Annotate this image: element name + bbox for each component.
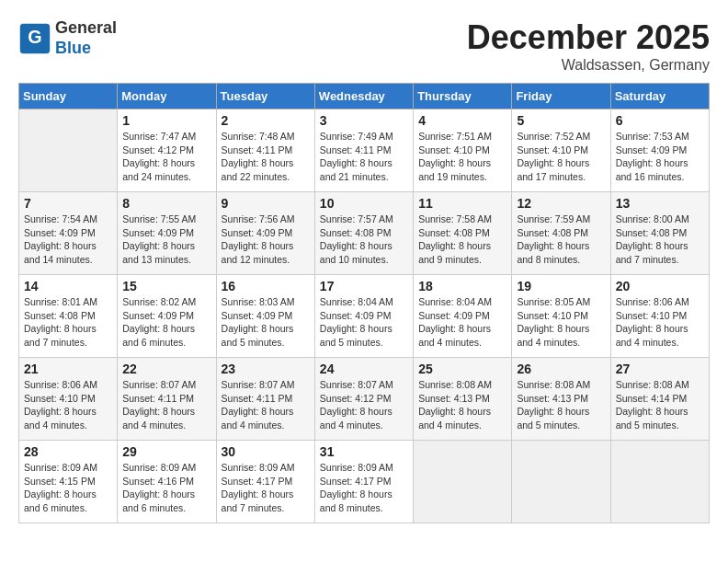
calendar-cell: 31Sunrise: 8:09 AM Sunset: 4:17 PM Dayli…	[314, 441, 413, 523]
day-info: Sunrise: 7:53 AM Sunset: 4:09 PM Dayligh…	[616, 130, 704, 184]
calendar-cell: 26Sunrise: 8:08 AM Sunset: 4:13 PM Dayli…	[512, 358, 610, 441]
day-info: Sunrise: 8:00 AM Sunset: 4:08 PM Dayligh…	[616, 213, 704, 267]
day-number: 25	[418, 362, 506, 376]
day-info: Sunrise: 8:09 AM Sunset: 4:16 PM Dayligh…	[122, 461, 210, 515]
calendar-cell: 23Sunrise: 8:07 AM Sunset: 4:11 PM Dayli…	[216, 358, 314, 441]
month-title: December 2025	[467, 18, 710, 57]
week-row-4: 21Sunrise: 8:06 AM Sunset: 4:10 PM Dayli…	[19, 358, 710, 441]
day-number: 27	[616, 362, 704, 376]
calendar-cell: 17Sunrise: 8:04 AM Sunset: 4:09 PM Dayli…	[314, 275, 413, 358]
weekday-header-saturday: Saturday	[610, 84, 709, 109]
weekday-header-row: SundayMondayTuesdayWednesdayThursdayFrid…	[19, 84, 710, 109]
day-info: Sunrise: 8:09 AM Sunset: 4:17 PM Dayligh…	[222, 461, 310, 515]
title-block: December 2025 Waldsassen, Germany	[467, 18, 710, 74]
day-number: 19	[517, 279, 605, 293]
calendar-cell	[19, 109, 118, 192]
calendar-cell: 29Sunrise: 8:09 AM Sunset: 4:16 PM Dayli…	[118, 441, 216, 523]
day-number: 8	[122, 196, 210, 211]
calendar-cell: 30Sunrise: 8:09 AM Sunset: 4:17 PM Dayli…	[216, 441, 314, 523]
day-info: Sunrise: 8:08 AM Sunset: 4:13 PM Dayligh…	[418, 378, 506, 432]
day-number: 6	[616, 113, 704, 128]
day-info: Sunrise: 7:47 AM Sunset: 4:12 PM Dayligh…	[122, 130, 210, 184]
day-info: Sunrise: 8:03 AM Sunset: 4:09 PM Dayligh…	[222, 295, 310, 350]
day-number: 15	[122, 279, 210, 293]
calendar-cell: 22Sunrise: 8:07 AM Sunset: 4:11 PM Dayli…	[118, 358, 216, 441]
day-number: 31	[320, 444, 408, 459]
day-info: Sunrise: 8:08 AM Sunset: 4:13 PM Dayligh…	[517, 378, 605, 432]
day-number: 13	[616, 196, 704, 211]
day-info: Sunrise: 7:54 AM Sunset: 4:09 PM Dayligh…	[24, 213, 112, 267]
weekday-header-tuesday: Tuesday	[216, 84, 314, 109]
week-row-5: 28Sunrise: 8:09 AM Sunset: 4:15 PM Dayli…	[19, 441, 710, 523]
weekday-header-friday: Friday	[512, 84, 610, 109]
day-info: Sunrise: 8:06 AM Sunset: 4:10 PM Dayligh…	[616, 295, 704, 350]
calendar-cell: 24Sunrise: 8:07 AM Sunset: 4:12 PM Dayli…	[314, 358, 413, 441]
day-number: 18	[418, 279, 506, 293]
calendar-cell: 25Sunrise: 8:08 AM Sunset: 4:13 PM Dayli…	[414, 358, 512, 441]
day-info: Sunrise: 7:58 AM Sunset: 4:08 PM Dayligh…	[418, 213, 506, 267]
calendar-cell: 15Sunrise: 8:02 AM Sunset: 4:09 PM Dayli…	[118, 275, 216, 358]
logo-text: General Blue	[55, 18, 117, 58]
day-info: Sunrise: 8:05 AM Sunset: 4:10 PM Dayligh…	[517, 295, 605, 350]
day-number: 12	[517, 196, 605, 211]
day-number: 26	[517, 362, 605, 376]
logo: G General Blue	[18, 18, 117, 58]
calendar-table: SundayMondayTuesdayWednesdayThursdayFrid…	[18, 83, 710, 523]
day-number: 4	[418, 113, 506, 128]
calendar-cell: 28Sunrise: 8:09 AM Sunset: 4:15 PM Dayli…	[19, 441, 118, 523]
calendar-cell: 19Sunrise: 8:05 AM Sunset: 4:10 PM Dayli…	[512, 275, 610, 358]
week-row-1: 1Sunrise: 7:47 AM Sunset: 4:12 PM Daylig…	[19, 109, 710, 192]
calendar-cell: 2Sunrise: 7:48 AM Sunset: 4:11 PM Daylig…	[216, 109, 314, 192]
calendar-cell: 8Sunrise: 7:55 AM Sunset: 4:09 PM Daylig…	[118, 192, 216, 275]
day-info: Sunrise: 8:07 AM Sunset: 4:12 PM Dayligh…	[320, 378, 408, 432]
weekday-header-sunday: Sunday	[19, 84, 118, 109]
calendar-cell: 27Sunrise: 8:08 AM Sunset: 4:14 PM Dayli…	[610, 358, 709, 441]
day-number: 21	[24, 362, 112, 376]
day-number: 20	[616, 279, 704, 293]
day-number: 2	[222, 113, 310, 128]
day-number: 30	[222, 444, 310, 459]
day-number: 5	[517, 113, 605, 128]
calendar-cell: 13Sunrise: 8:00 AM Sunset: 4:08 PM Dayli…	[610, 192, 709, 275]
calendar-cell: 7Sunrise: 7:54 AM Sunset: 4:09 PM Daylig…	[19, 192, 118, 275]
day-number: 14	[24, 279, 112, 293]
day-info: Sunrise: 8:07 AM Sunset: 4:11 PM Dayligh…	[122, 378, 210, 432]
day-number: 16	[222, 279, 310, 293]
day-info: Sunrise: 7:52 AM Sunset: 4:10 PM Dayligh…	[517, 130, 605, 184]
calendar-cell: 21Sunrise: 8:06 AM Sunset: 4:10 PM Dayli…	[19, 358, 118, 441]
day-number: 22	[122, 362, 210, 376]
calendar-cell: 1Sunrise: 7:47 AM Sunset: 4:12 PM Daylig…	[118, 109, 216, 192]
day-info: Sunrise: 8:07 AM Sunset: 4:11 PM Dayligh…	[222, 378, 310, 432]
day-info: Sunrise: 8:09 AM Sunset: 4:17 PM Dayligh…	[320, 461, 408, 515]
day-info: Sunrise: 8:06 AM Sunset: 4:10 PM Dayligh…	[24, 378, 112, 432]
day-number: 28	[24, 444, 112, 459]
logo-icon: G	[18, 22, 51, 55]
logo-blue: Blue	[55, 39, 91, 57]
calendar-cell	[414, 441, 512, 523]
calendar-cell: 4Sunrise: 7:51 AM Sunset: 4:10 PM Daylig…	[414, 109, 512, 192]
day-info: Sunrise: 8:09 AM Sunset: 4:15 PM Dayligh…	[24, 461, 112, 515]
day-number: 24	[320, 362, 408, 376]
day-info: Sunrise: 7:48 AM Sunset: 4:11 PM Dayligh…	[222, 130, 310, 184]
logo-general: General	[55, 18, 117, 37]
page-header: G General Blue December 2025 Waldsassen,…	[18, 18, 710, 74]
day-info: Sunrise: 7:56 AM Sunset: 4:09 PM Dayligh…	[222, 213, 310, 267]
day-info: Sunrise: 7:57 AM Sunset: 4:08 PM Dayligh…	[320, 213, 408, 267]
calendar-cell: 5Sunrise: 7:52 AM Sunset: 4:10 PM Daylig…	[512, 109, 610, 192]
day-number: 23	[222, 362, 310, 376]
day-info: Sunrise: 7:51 AM Sunset: 4:10 PM Dayligh…	[418, 130, 506, 184]
calendar-cell: 9Sunrise: 7:56 AM Sunset: 4:09 PM Daylig…	[216, 192, 314, 275]
day-info: Sunrise: 7:55 AM Sunset: 4:09 PM Dayligh…	[122, 213, 210, 267]
day-info: Sunrise: 8:01 AM Sunset: 4:08 PM Dayligh…	[24, 295, 112, 350]
day-info: Sunrise: 7:49 AM Sunset: 4:11 PM Dayligh…	[320, 130, 408, 184]
calendar-cell: 12Sunrise: 7:59 AM Sunset: 4:08 PM Dayli…	[512, 192, 610, 275]
calendar-cell: 6Sunrise: 7:53 AM Sunset: 4:09 PM Daylig…	[610, 109, 709, 192]
day-number: 29	[122, 444, 210, 459]
day-info: Sunrise: 8:02 AM Sunset: 4:09 PM Dayligh…	[122, 295, 210, 350]
day-number: 10	[320, 196, 408, 211]
day-number: 1	[122, 113, 210, 128]
day-info: Sunrise: 8:04 AM Sunset: 4:09 PM Dayligh…	[320, 295, 408, 350]
day-number: 9	[222, 196, 310, 211]
weekday-header-wednesday: Wednesday	[314, 84, 413, 109]
calendar-cell	[610, 441, 709, 523]
